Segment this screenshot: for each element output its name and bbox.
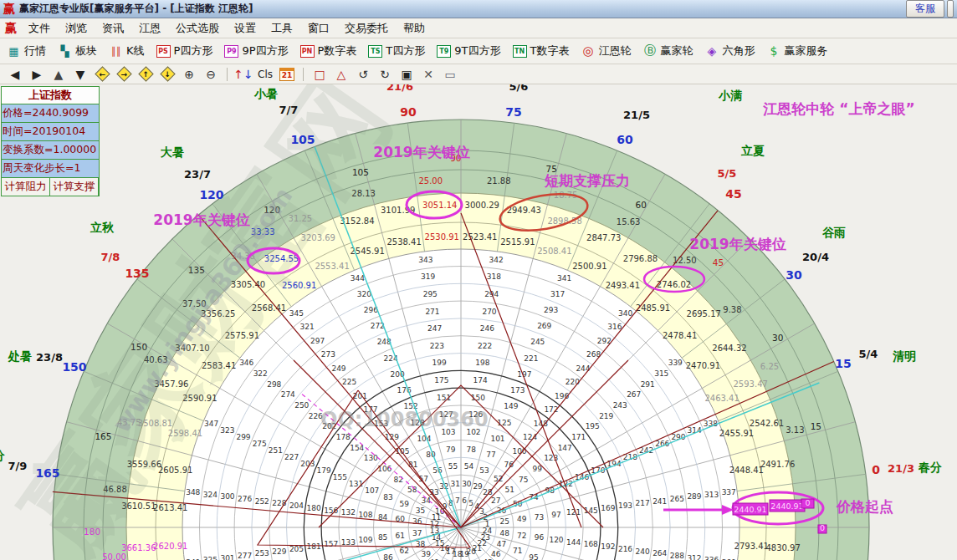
triangle-tool[interactable]: △ [331, 66, 351, 83]
wheel-number: 273 [321, 350, 335, 359]
wheel-number: 337 [722, 488, 736, 496]
toolbar-button-六角形[interactable]: ◈六角形 [704, 43, 755, 59]
menu-item-浏览[interactable]: 浏览 [58, 19, 95, 38]
menu-item-文件[interactable]: 文件 [21, 19, 58, 38]
toolbar-button-板块[interactable]: ▚板块 [58, 43, 97, 59]
percent-label: 9.38 [723, 305, 741, 314]
menu-item-公式选股[interactable]: 公式选股 [168, 19, 227, 38]
price-proportional-label: 2491.76 [760, 460, 795, 469]
price-proportional-label: 3661.36 [121, 543, 156, 552]
dmd-right-tool[interactable]: → [114, 66, 134, 83]
wheel-number: 221 [524, 354, 538, 363]
toolbar-button-9T四方形[interactable]: T99T四方形 [437, 43, 500, 59]
customer-service-button[interactable]: 客服 [906, 0, 944, 18]
wheel-number: 54 [464, 462, 474, 471]
dmd-up-tool[interactable]: ↑ [136, 66, 156, 83]
rotate-cw-tool[interactable]: ↻ [375, 66, 395, 83]
wheel-number: 27 [491, 496, 500, 505]
calc-support-button[interactable]: 计算支撑 [50, 177, 99, 196]
toolbar-button-T数字表[interactable]: TNT数字表 [513, 43, 570, 59]
outside-label: 21/5 [623, 109, 650, 121]
conversion-factor-field[interactable]: 变换系数=1.00000 [2, 141, 99, 160]
menu-item-资讯[interactable]: 资讯 [95, 19, 131, 38]
wheel-number: 324 [203, 491, 218, 499]
toolbar-button-江恩轮[interactable]: ◎江恩轮 [581, 43, 631, 59]
wheel-number: 39 [422, 550, 432, 558]
price-field[interactable]: 价格=2440.9099 [2, 104, 99, 123]
degree-ring-label: 45 [713, 257, 724, 267]
wheel-number: 155 [333, 473, 347, 481]
menu-item-江恩[interactable]: 江恩 [131, 19, 168, 38]
forward-tool[interactable]: ▶ [27, 66, 47, 83]
window-control-button-clipped[interactable] [947, 0, 954, 18]
arrow-glyph: ↓ [164, 69, 171, 78]
toolbar-label: 9P四方形 [242, 43, 288, 59]
wheel-number: 270 [482, 308, 496, 316]
expand-tool[interactable]: ▣ [397, 66, 417, 83]
square-tool[interactable]: □ [310, 66, 330, 83]
wheel-number: 340 [618, 309, 632, 318]
tri-down-tool[interactable]: ▼ [70, 66, 90, 83]
wheel-number: 250 [294, 401, 309, 410]
zoom-in-tool[interactable]: ⊕ [179, 66, 199, 83]
outside-label: 45 [725, 187, 741, 201]
wheel-number: 144 [566, 538, 581, 547]
calc-resistance-button[interactable]: 计算阻力 [2, 177, 50, 196]
back-tool[interactable]: ◀ [5, 66, 25, 83]
updown-tool[interactable]: ↑↓ [233, 66, 253, 83]
gann-wheel-chart[interactable]: 1234567891011121314151617181920212223242… [0, 84, 957, 560]
wheel-number: 205 [289, 545, 304, 553]
zoom-out-tool[interactable]: ⊖ [201, 66, 221, 83]
toolbar-button-赢家轮[interactable]: Ⓑ赢家轮 [642, 43, 693, 59]
wheel-number: 322 [253, 369, 268, 378]
outside-label: 清明 [893, 349, 916, 363]
wheel-number: 195 [586, 422, 600, 430]
rotate-ccw-tool[interactable]: ↺ [353, 66, 373, 83]
annotation-text: 2019年关键位 [373, 144, 469, 160]
toolbar-label: 板块 [75, 43, 97, 59]
annotation-text: 2019年关键位 [153, 211, 249, 228]
wheel-number: 121 [566, 508, 581, 517]
toolbar-button-P数字表[interactable]: PNP数字表 [300, 43, 357, 59]
menu-item-帮助[interactable]: 帮助 [396, 19, 432, 38]
dmd-left-tool[interactable]: ← [92, 66, 112, 83]
wheel-number: 223 [430, 342, 444, 350]
cycle-step-field[interactable]: 周天变化步长=1 [2, 160, 99, 177]
toolbar-button-赢家服务[interactable]: $赢家服务 [766, 43, 827, 59]
toolbar-button-K线[interactable]: ║║K线 [109, 43, 145, 59]
board-tool[interactable]: ▭ [440, 66, 460, 83]
tri-up-tool[interactable]: ▲ [49, 66, 69, 83]
wheel-number: 219 [599, 412, 613, 420]
outside-label: 0 [872, 463, 880, 476]
toolbar-label: T数字表 [530, 43, 570, 59]
menu-item-交易委托[interactable]: 交易委托 [337, 19, 396, 38]
cls-tool[interactable]: Cls [255, 66, 275, 83]
drawing-toolbar: ◀▶▲▼←→↑↓⊕⊖↑↓Cls21□△↺↻▣✕▭ [0, 64, 957, 84]
price-linear-label: 2523.41 [463, 232, 497, 242]
wheel-number: 124 [523, 433, 537, 441]
toolbar-button-9P四方形[interactable]: P99P四方形 [224, 43, 288, 59]
wheel-number: 251 [269, 446, 283, 455]
toolbar-button-T四方形[interactable]: TST四方形 [368, 43, 425, 59]
outside-label: 秋分 [0, 449, 5, 462]
toolbar-label: 赢家轮 [660, 43, 693, 59]
menu-item-工具[interactable]: 工具 [264, 19, 300, 38]
price-linear-label: 2530.91 [425, 232, 459, 242]
calendar-tool[interactable]: 21 [277, 66, 297, 83]
time-field[interactable]: 时间=20190104 [2, 123, 99, 141]
menu-item-设置[interactable]: 设置 [227, 19, 264, 38]
menu-item-窗口[interactable]: 窗口 [300, 19, 337, 38]
toolbar-button-行情[interactable]: ▦行情 [7, 43, 46, 59]
kline-icon: ║║ [109, 44, 123, 58]
shrink-tool[interactable]: ✕ [418, 66, 438, 83]
toolbar-button-P四方形[interactable]: PSP四方形 [156, 43, 213, 59]
outside-label: 谷雨 [821, 226, 846, 239]
annotation-text: 价格起点 [836, 498, 893, 515]
parameter-panel: 上证指数 价格=2440.9099 时间=20190104 变换系数=1.000… [1, 86, 100, 196]
outside-label: 105 [290, 133, 315, 146]
big-icon: Ⓑ [642, 44, 657, 58]
outside-label: 5/5 [718, 167, 737, 180]
wheel-number: 225 [342, 378, 356, 386]
wheel-number: 247 [427, 324, 442, 333]
dmd-down-tool[interactable]: ↓ [157, 66, 177, 83]
